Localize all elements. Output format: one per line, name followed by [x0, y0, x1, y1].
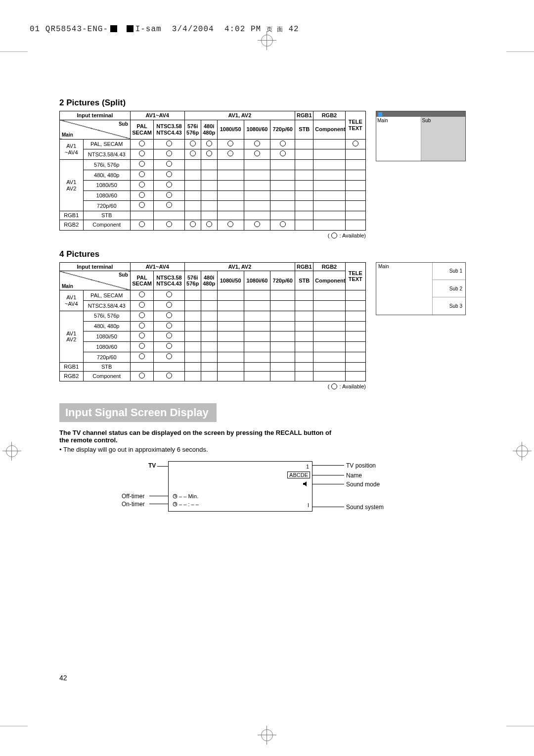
unavailable-cell: [345, 301, 365, 311]
subline-text: The display will go out in approximately…: [63, 446, 208, 453]
unavailable-cell: [345, 311, 365, 321]
unavailable-cell: [295, 139, 313, 149]
osd-soundsystem-label: Sound system: [346, 504, 384, 511]
available-cell: [184, 149, 201, 160]
legend-4pic: ( : Available): [59, 383, 366, 389]
unavailable-cell: [217, 170, 244, 181]
print-file-header: 01 QR58543-ENG- I-sam 3/4/2004 4:02 PM 页…: [30, 25, 504, 34]
row-sub: 576i, 576p: [83, 160, 130, 170]
unavailable-cell: [244, 180, 270, 190]
table-4pic-wrap: Input terminal AV1~AV4 AV1, AV2 RGB1 RGB…: [59, 262, 366, 390]
lead-text: The TV channel status can be displayed o…: [59, 429, 336, 444]
unavailable-cell: [295, 201, 313, 211]
col-group-av14: AV1~AV4: [130, 111, 184, 120]
header-page-marker: 42: [289, 25, 299, 34]
preview-sub-pane: Sub 3: [433, 297, 465, 314]
sub-text: • The display will go out in approximate…: [59, 446, 475, 453]
bullet-icon: •: [59, 446, 62, 453]
preview-titlebar: [376, 111, 465, 117]
unavailable-cell: [345, 331, 365, 342]
legend-open: (: [328, 383, 330, 389]
unavailable-cell: [201, 290, 217, 301]
unavailable-cell: [154, 211, 184, 220]
available-cell: [270, 149, 295, 160]
unavailable-cell: [244, 321, 270, 331]
available-cell: [217, 139, 244, 149]
unavailable-cell: [270, 321, 295, 331]
available-cell: [154, 342, 184, 352]
unavailable-cell: [244, 160, 270, 170]
available-cell: [130, 352, 154, 363]
available-cell: [217, 149, 244, 160]
circle-icon: [331, 233, 337, 238]
row-sub: 480i, 480p: [83, 170, 130, 181]
table-row: 480i, 480p: [60, 170, 366, 181]
col-ntsc: NTSC3.58NTSC4.43: [154, 271, 184, 290]
available-cell: [130, 311, 154, 321]
unavailable-cell: [217, 180, 244, 190]
register-mark-icon: [516, 445, 528, 457]
row-sub: NTSC3.58/4.43: [83, 149, 130, 160]
unavailable-cell: [130, 362, 154, 371]
legend-text: : Available): [339, 383, 366, 389]
table-row: AV1~AV4PAL, SECAM: [60, 290, 366, 301]
unavailable-cell: [184, 160, 201, 170]
unavailable-cell: [270, 311, 295, 321]
crop-mark: [0, 51, 28, 52]
page-number: 42: [59, 674, 67, 682]
unavailable-cell: [217, 211, 244, 220]
unavailable-cell: [217, 321, 244, 331]
unavailable-cell: [201, 342, 217, 352]
available-cell: [154, 331, 184, 342]
row-sub: 720p/60: [83, 352, 130, 363]
connector-line: [157, 466, 168, 467]
unavailable-cell: [345, 160, 365, 170]
unavailable-cell: [184, 290, 201, 301]
unavailable-cell: [270, 170, 295, 181]
available-cell: [154, 149, 184, 160]
unavailable-cell: [244, 201, 270, 211]
col-pal: PALSECAM: [130, 271, 154, 290]
unavailable-cell: [345, 149, 365, 160]
section-title-2pic: 2 Pictures (Split): [59, 98, 475, 108]
col-input-terminal: Input terminal: [60, 262, 131, 271]
osd-offtimer-label: Off-timer: [122, 493, 144, 500]
osd-soundsys-value: I: [308, 502, 309, 508]
table-row: RGB2Component: [60, 371, 366, 381]
unavailable-cell: [244, 371, 270, 381]
signal-table-4pic: Input terminal AV1~AV4 AV1, AV2 RGB1 RGB…: [59, 262, 366, 382]
unavailable-cell: [201, 371, 217, 381]
unavailable-cell: [244, 170, 270, 181]
available-cell: [154, 160, 184, 170]
content-area: 2 Pictures (Split) Input terminal AV1~AV…: [30, 34, 504, 520]
unavailable-cell: [295, 220, 313, 230]
connector-line: [312, 484, 344, 484]
table-row: 480i, 480p: [60, 321, 366, 331]
corner-cell: Sub Main: [60, 271, 131, 290]
preview-sub-pane: Sub: [421, 117, 466, 161]
unavailable-cell: [313, 290, 345, 301]
unavailable-cell: [295, 160, 313, 170]
unavailable-cell: [345, 170, 365, 181]
available-cell: [130, 160, 154, 170]
unavailable-cell: [345, 180, 365, 190]
unavailable-cell: [313, 149, 345, 160]
unavailable-cell: [270, 371, 295, 381]
col-720p60: 720p/60: [270, 271, 295, 290]
available-cell: [154, 301, 184, 311]
unavailable-cell: [295, 149, 313, 160]
unavailable-cell: [313, 311, 345, 321]
col-input-terminal: Input terminal: [60, 111, 131, 120]
osd-name-label: Name: [346, 472, 362, 479]
unavailable-cell: [345, 190, 365, 201]
quad-preview: Main Sub 1 Sub 2 Sub 3: [376, 262, 466, 315]
unavailable-cell: [184, 362, 201, 371]
unavailable-cell: [217, 371, 244, 381]
available-cell: [154, 170, 184, 181]
row-sub: 1080i/60: [83, 190, 130, 201]
unavailable-cell: [345, 220, 365, 230]
available-cell: [154, 190, 184, 201]
available-cell: [130, 371, 154, 381]
connector-line: [312, 465, 344, 466]
circle-icon: [331, 383, 337, 389]
